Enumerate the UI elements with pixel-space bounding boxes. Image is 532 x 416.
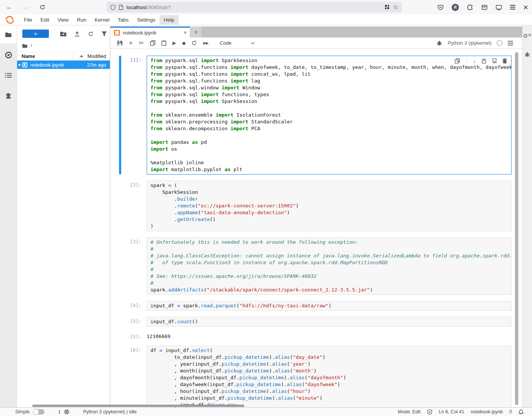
- new-folder-icon[interactable]: [60, 31, 66, 36]
- property-inspector-gears-icon[interactable]: ⚙⚙: [523, 32, 531, 39]
- cell-editor[interactable]: from pyspark.sql import SparkSessionfrom…: [147, 56, 512, 175]
- code-cell[interactable]: [4]:input_df = spark.read.parquet("hdfs:…: [110, 301, 522, 311]
- containers-grid-icon[interactable]: [385, 5, 390, 10]
- window-close-icon[interactable]: [523, 5, 528, 10]
- file-row[interactable]: notebook.ipynb27m ago: [17, 61, 110, 69]
- url-bar[interactable]: localhost:8080/lab? ☆: [106, 2, 402, 12]
- list-icon: [5, 73, 12, 78]
- add-cell-icon[interactable]: +: [129, 41, 133, 46]
- code-cell[interactable]: [3]:# Unfortunately this is needed to wo…: [110, 237, 522, 295]
- debugger-bug-icon[interactable]: [437, 40, 442, 46]
- insert-cell-above-icon[interactable]: [481, 58, 487, 64]
- browser-menu-icon[interactable]: [510, 5, 515, 9]
- sidebar-tab-file-browser[interactable]: [0, 25, 17, 44]
- move-cell-down-icon[interactable]: ↓: [473, 58, 476, 64]
- simple-mode-toggle[interactable]: [33, 409, 44, 414]
- code-cell-active[interactable]: [1]:from pyspark.sql import SparkSession…: [110, 56, 522, 175]
- sort-ascending-icon[interactable]: [80, 55, 83, 57]
- debugger-sidebar-bug-icon[interactable]: [524, 51, 530, 57]
- shield-icon[interactable]: [110, 5, 116, 10]
- code-cell[interactable]: [6]:df = input_df.select( to_date(input_…: [110, 346, 522, 407]
- breadcrumb-folder-icon[interactable]: [22, 44, 28, 48]
- kernel-status-icon[interactable]: [497, 40, 502, 46]
- restart-kernel-icon[interactable]: [191, 40, 197, 46]
- menu-settings[interactable]: Settings: [133, 15, 160, 25]
- bell-icon[interactable]: [518, 409, 524, 415]
- notification-count[interactable]: 0: [509, 409, 512, 414]
- code-line: from pyspark.sql.functions import dayofw…: [150, 64, 508, 71]
- run-icon[interactable]: ▶: [172, 40, 176, 46]
- browser-reload-icon[interactable]: [39, 4, 45, 10]
- column-header-name[interactable]: Name: [22, 53, 35, 59]
- browser-back-icon[interactable]: ←: [6, 3, 13, 11]
- refresh-icon[interactable]: [88, 31, 94, 37]
- statusbar-filename[interactable]: notebook.ipynb: [471, 409, 503, 414]
- extensions-puzzle-icon[interactable]: [467, 4, 473, 11]
- code-line: .remote("sc://spark-connect-server:15002…: [150, 203, 508, 209]
- new-tab-button[interactable]: +: [190, 26, 202, 37]
- pocket-icon[interactable]: [437, 4, 444, 11]
- copy-icon[interactable]: [150, 40, 155, 46]
- code-cell[interactable]: [2]:spark = ( SparkSession .builder .rem…: [110, 181, 522, 231]
- code-cell[interactable]: [5]:input_df.count(): [110, 317, 522, 327]
- delete-cell-icon[interactable]: [502, 58, 507, 64]
- tab-close-icon[interactable]: ×: [184, 30, 187, 36]
- stop-icon[interactable]: ■: [182, 40, 185, 46]
- kernel-count[interactable]: 1: [58, 409, 61, 414]
- upload-icon[interactable]: [74, 31, 80, 37]
- cut-icon[interactable]: ✂: [139, 39, 144, 47]
- menu-edit[interactable]: Edit: [36, 15, 53, 25]
- move-cell-up-icon[interactable]: ↑: [465, 58, 468, 64]
- menu-run[interactable]: Run: [73, 15, 91, 25]
- execution-prompt: [3]:: [110, 237, 147, 295]
- cell-editor[interactable]: df = input_df.select( to_date(input_df.p…: [147, 346, 512, 407]
- cell-output: [5]:12106669: [110, 332, 522, 340]
- horizontal-scrollbar[interactable]: [32, 405, 244, 407]
- cell-type-dropdown[interactable]: Code: [220, 40, 255, 46]
- insert-cell-below-icon[interactable]: [492, 58, 497, 64]
- sidebar-tab-running-sessions[interactable]: [0, 46, 17, 64]
- column-header-modified[interactable]: Modified: [88, 53, 106, 59]
- sidebar-tab-extensions[interactable]: [0, 87, 17, 105]
- left-activity-bar: [0, 25, 17, 407]
- breadcrumb[interactable]: /: [31, 43, 32, 48]
- code-line: # java.lang.ClassCastException: cannot a…: [150, 252, 508, 259]
- mode-indicator[interactable]: Mode: Edit: [398, 409, 421, 414]
- paste-icon[interactable]: [161, 40, 166, 46]
- account-avatar[interactable]: R: [452, 4, 459, 11]
- new-launcher-button[interactable]: +: [22, 30, 49, 38]
- kernel-status-text[interactable]: Python 3 (ipykernel) | Idle: [83, 409, 137, 414]
- jupyter-menubar: FileEditViewRunKernelTabsSettingsHelp: [0, 14, 532, 25]
- menu-kernel[interactable]: Kernel: [91, 15, 114, 25]
- browser-forward-icon[interactable]: →: [23, 3, 29, 11]
- cell-editor[interactable]: input_df = spark.read.parquet("hdfs://hd…: [147, 301, 512, 311]
- sidebar-toggle-icon[interactable]: [496, 5, 502, 10]
- sidebar-tab-table-of-contents[interactable]: [0, 66, 17, 84]
- code-line: from sklearn.preprocessing import Standa…: [150, 118, 508, 125]
- menu-help[interactable]: Help: [160, 15, 178, 25]
- toolbar-overflow-icon[interactable]: [508, 41, 513, 45]
- cell-editor[interactable]: # Unfortunately this is needed to work a…: [147, 237, 512, 295]
- save-icon[interactable]: [117, 40, 123, 46]
- code-line: .getOrCreate(): [150, 216, 508, 223]
- cursor-position[interactable]: Ln 6, Col 41: [439, 409, 464, 414]
- url-text[interactable]: localhost:8080/lab?: [127, 5, 171, 10]
- filter-icon[interactable]: [102, 31, 107, 36]
- tab-notebook[interactable]: notebook.ipynb ×: [110, 26, 190, 37]
- menu-tabs[interactable]: Tabs: [114, 15, 133, 25]
- library-icon[interactable]: [481, 4, 488, 11]
- notebook-vertical-scrollbar[interactable]: [515, 52, 518, 405]
- code-line: import pandas as pd: [150, 139, 508, 146]
- duplicate-cell-icon[interactable]: [455, 58, 460, 64]
- kernel-name[interactable]: Python 3 (ipykernel): [448, 40, 491, 46]
- run-all-icon[interactable]: ▶▶: [203, 41, 208, 45]
- cell-collapser[interactable]: [119, 56, 121, 175]
- bookmark-star-icon[interactable]: ☆: [393, 5, 398, 10]
- menu-view[interactable]: View: [53, 15, 73, 25]
- cell-editor[interactable]: input_df.count(): [147, 317, 512, 327]
- notebook-scroll-area: [1]:from pyspark.sql import SparkSession…: [110, 49, 522, 407]
- menu-file[interactable]: File: [20, 15, 36, 25]
- trusted-shield-icon[interactable]: [427, 409, 432, 415]
- cell-editor[interactable]: spark = ( SparkSession .builder .remote(…: [147, 181, 512, 231]
- jupyter-logo: [5, 15, 14, 24]
